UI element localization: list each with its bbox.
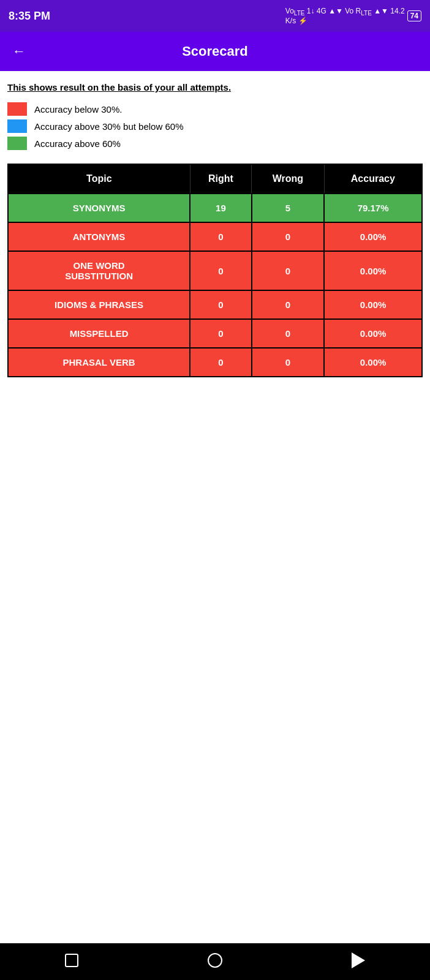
bottom-nav bbox=[0, 943, 430, 980]
legend: Accuracy below 30%. Accuracy above 30% b… bbox=[7, 102, 423, 150]
cell-wrong: 0 bbox=[252, 251, 324, 290]
status-time: 8:35 PM bbox=[9, 10, 50, 23]
col-header-wrong: Wrong bbox=[252, 164, 324, 194]
page-title: Scorecard bbox=[36, 43, 394, 59]
nav-back-button[interactable] bbox=[352, 952, 365, 971]
status-icons: VoLTE 1↓ 4G ▲▼ Vo RLTE ▲▼ 14.2K/s ⚡ 74 bbox=[285, 7, 421, 25]
table-row: MISSPELLED000.00% bbox=[8, 319, 422, 348]
table-row: ONE WORD SUBSTITUTION000.00% bbox=[8, 251, 422, 290]
legend-color-blue bbox=[7, 119, 27, 133]
nav-square-button[interactable] bbox=[65, 954, 78, 970]
legend-item-green: Accuracy above 60% bbox=[7, 137, 423, 150]
legend-item-red: Accuracy below 30%. bbox=[7, 102, 423, 116]
col-header-accuracy: Accuracy bbox=[324, 164, 422, 194]
cell-accuracy: 0.00% bbox=[324, 251, 422, 290]
cell-right: 0 bbox=[190, 251, 252, 290]
square-icon bbox=[65, 954, 78, 967]
table-row: ANTONYMS000.00% bbox=[8, 222, 422, 251]
cell-wrong: 5 bbox=[252, 194, 324, 222]
legend-label-red: Accuracy below 30%. bbox=[34, 104, 122, 115]
app-header: ← Scorecard bbox=[0, 32, 430, 71]
cell-wrong: 0 bbox=[252, 290, 324, 319]
network-info: VoLTE 1↓ 4G ▲▼ Vo RLTE ▲▼ 14.2K/s ⚡ bbox=[285, 7, 405, 25]
status-bar: 8:35 PM VoLTE 1↓ 4G ▲▼ Vo RLTE ▲▼ 14.2K/… bbox=[0, 0, 430, 32]
cell-right: 0 bbox=[190, 348, 252, 377]
cell-wrong: 0 bbox=[252, 319, 324, 348]
score-table: Topic Right Wrong Accuracy SYNONYMS19579… bbox=[7, 164, 423, 377]
cell-topic: IDIOMS & PHRASES bbox=[8, 290, 190, 319]
cell-topic: MISSPELLED bbox=[8, 319, 190, 348]
cell-wrong: 0 bbox=[252, 222, 324, 251]
cell-wrong: 0 bbox=[252, 348, 324, 377]
cell-topic: PHRASAL VERB bbox=[8, 348, 190, 377]
cell-accuracy: 0.00% bbox=[324, 348, 422, 377]
cell-accuracy: 0.00% bbox=[324, 290, 422, 319]
cell-accuracy: 0.00% bbox=[324, 319, 422, 348]
legend-label-green: Accuracy above 60% bbox=[34, 138, 121, 149]
cell-accuracy: 79.17% bbox=[324, 194, 422, 222]
cell-right: 19 bbox=[190, 194, 252, 222]
main-content: This shows result on the basis of your a… bbox=[0, 71, 430, 943]
legend-label-blue: Accuracy above 30% but below 60% bbox=[34, 121, 183, 132]
cell-accuracy: 0.00% bbox=[324, 222, 422, 251]
table-row: IDIOMS & PHRASES000.00% bbox=[8, 290, 422, 319]
col-header-right: Right bbox=[190, 164, 252, 194]
cell-right: 0 bbox=[190, 222, 252, 251]
cell-topic: ANTONYMS bbox=[8, 222, 190, 251]
nav-home-button[interactable] bbox=[208, 953, 222, 970]
table-row: PHRASAL VERB000.00% bbox=[8, 348, 422, 377]
table-row: SYNONYMS19579.17% bbox=[8, 194, 422, 222]
legend-color-red bbox=[7, 102, 27, 116]
table-header-row: Topic Right Wrong Accuracy bbox=[8, 164, 422, 194]
triangle-icon bbox=[352, 952, 365, 968]
cell-right: 0 bbox=[190, 319, 252, 348]
legend-color-green bbox=[7, 137, 27, 150]
cell-topic: ONE WORD SUBSTITUTION bbox=[8, 251, 190, 290]
cell-topic: SYNONYMS bbox=[8, 194, 190, 222]
back-button[interactable]: ← bbox=[12, 43, 26, 59]
col-header-topic: Topic bbox=[8, 164, 190, 194]
circle-icon bbox=[208, 953, 222, 968]
battery-indicator: 74 bbox=[407, 10, 421, 21]
legend-item-blue: Accuracy above 30% but below 60% bbox=[7, 119, 423, 133]
cell-right: 0 bbox=[190, 290, 252, 319]
result-note: This shows result on the basis of your a… bbox=[7, 82, 423, 92]
